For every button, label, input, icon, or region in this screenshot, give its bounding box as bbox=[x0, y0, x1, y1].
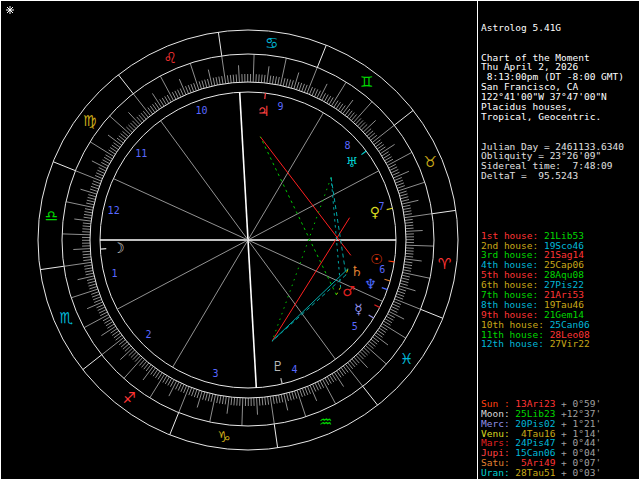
sign-glyph-taurus: ♉ bbox=[423, 153, 436, 171]
house-number-2: 2 bbox=[145, 329, 151, 340]
planet-position-list: Sun : 13Ari23 + 0°59'Moon: 25Lib23 +12°3… bbox=[481, 399, 638, 480]
house-number-8: 8 bbox=[345, 140, 351, 151]
planet-glyph-uranus: ♅ bbox=[346, 154, 359, 170]
sign-boundary bbox=[394, 110, 413, 125]
planet-tick-uranus bbox=[361, 151, 366, 155]
sign-boundary bbox=[40, 266, 64, 269]
sign-boundary bbox=[118, 75, 133, 94]
chart-wheel: ♈♉♊♋♌♍♎♏♐♑♒♓123456789101112♀♅♃☽♇☿♂♆♄☉ bbox=[0, 0, 478, 480]
house-number-5: 5 bbox=[352, 321, 358, 332]
house-number-10: 10 bbox=[196, 105, 208, 116]
spacer bbox=[481, 201, 638, 211]
sign-boundary bbox=[53, 162, 75, 171]
house-cusp-list: 1st house: 21Lib532nd house: 19Sco463rd … bbox=[481, 231, 638, 350]
house-cusp-line-8 bbox=[248, 171, 379, 240]
house-cusp-line-12 bbox=[113, 179, 248, 240]
sign-boundary bbox=[218, 32, 221, 56]
sign-glyph-sagittarius: ♐ bbox=[122, 389, 135, 407]
aspect-line-saturn-pluto bbox=[272, 269, 348, 341]
planet-tick-pluto bbox=[281, 378, 282, 384]
planet-tick-mars bbox=[374, 305, 379, 308]
planet-tick-jupiter bbox=[265, 93, 266, 99]
sign-boundary bbox=[432, 210, 456, 213]
planet-glyph-saturn: ♄ bbox=[350, 263, 363, 279]
sign-boundary bbox=[317, 45, 326, 67]
sign-boundary bbox=[274, 424, 277, 448]
sign-glyph-cancer: ♋ bbox=[265, 34, 278, 52]
house-number-11: 11 bbox=[135, 148, 147, 159]
planet-glyph-moon: ☽ bbox=[112, 240, 125, 256]
planet-glyph-mars: ♂ bbox=[342, 283, 355, 299]
aspect-line-mercury-mars bbox=[336, 287, 340, 295]
chart-calc-values: Julian Day = 2461133.6340Obliquity = 23°… bbox=[481, 142, 638, 182]
aspect-line-mercury-jupiter bbox=[260, 137, 336, 295]
house-cusp-line-3 bbox=[173, 240, 248, 367]
calc-line-3: DeltaT = 95.5243 bbox=[481, 171, 638, 181]
sign-glyph-scorpio: ♏ bbox=[59, 309, 73, 327]
planet-glyph-sun: ☉ bbox=[370, 251, 383, 267]
sign-glyph-aquarius: ♒ bbox=[319, 413, 332, 431]
house-number-3: 3 bbox=[212, 368, 218, 379]
planet-glyph-neptune: ♆ bbox=[364, 276, 377, 292]
house-cusp-line-2 bbox=[117, 240, 248, 309]
sign-boundary bbox=[83, 355, 102, 370]
sign-glyph-libra: ♎ bbox=[45, 207, 58, 225]
aspect-line-neptune-pluto bbox=[272, 275, 346, 341]
header-line-6: Tropical, Geocentric. bbox=[481, 112, 638, 122]
house-number-9: 9 bbox=[278, 101, 284, 112]
sign-glyph-gemini: ♊ bbox=[360, 73, 373, 91]
sign-glyph-pisces: ♓ bbox=[400, 350, 413, 368]
chart-info-header: Chart of the MomentThu April 2, 2026 8:1… bbox=[481, 53, 638, 122]
sign-boundary bbox=[170, 413, 179, 435]
house-cusp-line-11 bbox=[160, 121, 248, 240]
house-row-12: 12th house: 27Vir22 bbox=[481, 339, 638, 349]
sign-glyph-capricorn: ♑ bbox=[218, 428, 231, 446]
planet-glyph-venus: ♀ bbox=[370, 204, 380, 220]
house-number-12: 12 bbox=[108, 205, 120, 216]
sign-glyph-virgo: ♍ bbox=[83, 112, 96, 130]
planet-tick-sun bbox=[388, 261, 394, 262]
planet-tick-neptune bbox=[382, 288, 388, 290]
sidebar: Astrolog 5.41G Chart of the MomentThu Ap… bbox=[481, 3, 638, 480]
sign-glyph-aries: ♈ bbox=[438, 255, 451, 273]
planet-glyph-pluto: ♇ bbox=[272, 358, 285, 374]
aspect-line-uranus-pluto bbox=[272, 177, 331, 341]
sign-boundary bbox=[363, 386, 378, 405]
sign-boundary bbox=[421, 309, 443, 318]
planet-tick-mercury bbox=[369, 315, 374, 318]
sidebar-divider bbox=[477, 0, 478, 480]
planet-glyph-mercury: ☿ bbox=[354, 301, 363, 317]
house-number-4: 4 bbox=[291, 364, 297, 375]
house-cusp-line-5 bbox=[248, 240, 336, 359]
planet-glyph-jupiter: ♃ bbox=[257, 103, 270, 119]
planet-tick-venus bbox=[387, 208, 393, 209]
house-cusp-line-4 bbox=[248, 240, 256, 388]
house-cusp-line-10 bbox=[240, 92, 248, 240]
house-cusp-line-9 bbox=[248, 113, 323, 240]
app-title: Astrolog 5.41G bbox=[481, 23, 638, 33]
aspect-line-venus-pluto bbox=[272, 218, 350, 341]
planet-tick-saturn bbox=[384, 279, 390, 281]
spacer bbox=[481, 369, 638, 379]
sign-glyph-leo: ♌ bbox=[164, 49, 177, 67]
house-number-1: 1 bbox=[112, 268, 118, 279]
